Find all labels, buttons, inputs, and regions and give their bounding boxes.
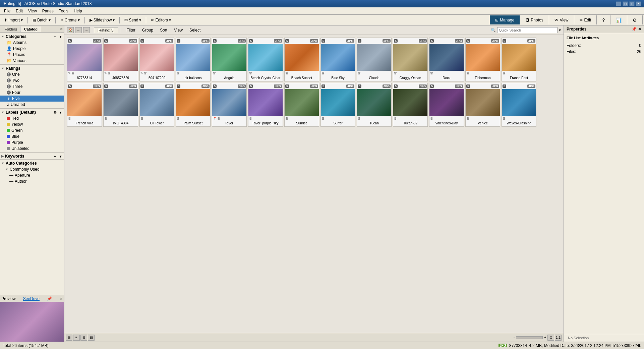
zoom-slider[interactable]	[516, 336, 543, 339]
menu-file[interactable]: File	[1, 8, 13, 14]
tab-manage[interactable]: ⊞ Manage	[490, 15, 520, 24]
labels-settings-button[interactable]: ⚙	[53, 110, 57, 115]
nav-back-button[interactable]: ←	[75, 27, 82, 33]
close-button[interactable]: ✕	[636, 1, 641, 6]
restore-button[interactable]: ◻	[623, 1, 628, 6]
photo-item-4[interactable]: 5 JPG 🗑 air balloons	[176, 38, 211, 81]
minimize-button[interactable]: ─	[616, 1, 621, 6]
detail-view-button[interactable]: ⊟	[80, 335, 87, 341]
send-button[interactable]: ✉ Send ▾	[122, 16, 144, 24]
sidebar-item-author[interactable]: — Author	[0, 178, 64, 184]
preview-pin-button[interactable]: 📌	[47, 296, 52, 301]
sidebar-item-purple[interactable]: Purple	[0, 139, 64, 146]
properties-pin-button[interactable]: 📌	[632, 27, 637, 32]
sidebar-item-rating-2[interactable]: 2 Two	[0, 77, 64, 83]
sidebar-item-rating-5[interactable]: 5 Five	[0, 96, 64, 102]
properties-close-button[interactable]: ✕	[638, 27, 641, 32]
photo-item-2[interactable]: 5 JPG ✎🗑 468578329	[103, 38, 138, 81]
photo-item-26[interactable]: 5 JPG 🗑 Waves-Crashing	[502, 83, 536, 127]
menu-panes[interactable]: Panes	[40, 8, 56, 14]
create-button[interactable]: ✦ Create ▾	[58, 16, 82, 24]
sidebar-tab-folders[interactable]: Folders	[1, 26, 21, 32]
tab-view[interactable]: 👁 View	[549, 15, 574, 24]
photo-item-8[interactable]: 5 JPG 🗑 Blue Sky	[320, 38, 355, 81]
sidebar-item-rating-3[interactable]: 3 Three	[0, 83, 64, 90]
auto-categories-header[interactable]: ▼ Auto Categories	[0, 160, 64, 166]
photo-item-21[interactable]: 5 JPG 🗑 Surfer	[320, 83, 355, 127]
photo-item-19[interactable]: 5 JPG 🗑 River_purple_sky	[248, 83, 283, 127]
menu-view[interactable]: View	[25, 8, 40, 14]
tab-edit[interactable]: ✏ Edit	[574, 15, 597, 24]
sidebar-item-yellow[interactable]: Yellow	[0, 121, 64, 127]
ratings-header[interactable]: ▼ Ratings	[0, 65, 64, 71]
sidebar-item-places[interactable]: 📍 Places	[0, 52, 64, 58]
categories-add-button[interactable]: +	[53, 34, 57, 39]
sidebar-item-rating-1[interactable]: 1 One	[0, 71, 64, 77]
view-button[interactable]: View	[171, 27, 185, 33]
photo-item-6[interactable]: 5 JPG 🗑 Beach Crystal Clear	[248, 38, 283, 81]
sidebar-item-albums[interactable]: 📁 Albums	[0, 40, 64, 46]
menu-help[interactable]: Help	[71, 8, 85, 14]
photo-item-25[interactable]: 5 JPG 🗑 Venice	[465, 83, 500, 127]
sidebar-item-various[interactable]: 📂 Various	[0, 58, 64, 64]
photo-item-16[interactable]: 5 JPG 🗑 Oil Tower	[139, 83, 174, 127]
categories-menu-button[interactable]: ▾	[58, 34, 63, 39]
keywords-add-button[interactable]: +	[53, 154, 57, 159]
sidebar-close-button[interactable]: ✕	[60, 27, 63, 31]
group-button[interactable]: Group	[139, 27, 156, 33]
tab-chart[interactable]: 📊	[610, 15, 627, 24]
photo-item-23[interactable]: 5 JPG 🗑 Tucan-02	[393, 83, 428, 127]
menu-tools[interactable]: Tools	[56, 8, 71, 14]
sidebar-item-commonly-used[interactable]: ▼ Commonly Used	[0, 166, 64, 172]
fit-button[interactable]: ⊡	[547, 335, 554, 341]
photo-item-15[interactable]: 5 JPG 🗑 IMG_4384	[103, 83, 138, 127]
sidebar-item-unrated[interactable]: ✗ Unrated	[0, 102, 64, 108]
photo-item-9[interactable]: 5 JPG 🗑 Clouds	[357, 38, 392, 81]
photo-item-13[interactable]: 5 JPG 🗑 France East	[502, 38, 536, 81]
sidebar-item-blue[interactable]: Blue	[0, 133, 64, 139]
photo-item-22[interactable]: 5 JPG 🗑 Tucan	[357, 83, 392, 127]
sidebar-item-aperture[interactable]: — Aperture	[0, 172, 64, 178]
sidebar-item-green[interactable]: Green	[0, 127, 64, 133]
photo-item-5[interactable]: 5 JPG 🗑 Angola	[212, 38, 247, 81]
quick-search-input[interactable]	[497, 27, 558, 33]
sidebar-item-people[interactable]: 👤 People	[0, 46, 64, 52]
sidebar-item-rating-4[interactable]: 4 Four	[0, 90, 64, 96]
photo-item-18[interactable]: 5 JPG 📍🗑 River	[212, 83, 247, 127]
filter-button[interactable]: Filter	[124, 27, 138, 33]
menu-edit[interactable]: Edit	[13, 8, 25, 14]
list-view-button[interactable]: ≡	[73, 335, 80, 341]
preview-close-button[interactable]: ✕	[59, 296, 63, 301]
slideshow-button[interactable]: ▶ Slideshow ▾	[87, 16, 118, 24]
batch-button[interactable]: ▤ Batch ▾	[30, 16, 53, 24]
photo-item-14[interactable]: 5 JPG 🗑 French Villa	[67, 83, 102, 127]
tab-settings[interactable]: ⚙	[627, 15, 643, 24]
tab-help[interactable]: ?	[597, 15, 610, 24]
photo-item-11[interactable]: 5 JPG 🗑 Dock	[429, 38, 464, 81]
photo-item-12[interactable]: 5 JPG 🗑 Fisherman	[465, 38, 500, 81]
search-dropdown-icon[interactable]: ▾	[559, 28, 561, 33]
photo-item-1[interactable]: 5 JPG ✎🗑 87733314	[67, 38, 102, 81]
sidebar-item-unlabeled[interactable]: Unlabeled	[0, 146, 64, 152]
photo-item-7[interactable]: 5 JPG 🗑 Beach Sunset	[284, 38, 319, 81]
sidebar-item-red[interactable]: Red	[0, 115, 64, 121]
select-button[interactable]: Select	[187, 27, 203, 33]
nav-forward-button[interactable]: →	[83, 27, 90, 33]
photo-item-17[interactable]: 5 JPG 🗑 Palm Sunset	[176, 83, 211, 127]
keywords-header[interactable]: ▶ Keywords + ▾	[0, 153, 64, 159]
categories-header[interactable]: ▼ Categories + ▾	[0, 34, 64, 40]
photo-item-20[interactable]: 5 JPG 🗑 Sunrise	[284, 83, 319, 127]
labels-header[interactable]: ▼ Labels (Default) ⚙ ▾	[0, 109, 64, 115]
import-button[interactable]: ⬆ Import ▾	[1, 16, 25, 24]
photo-item-24[interactable]: 5 JPG 🗑 Valentines-Day	[429, 83, 464, 127]
sort-button[interactable]: Sort	[157, 27, 170, 33]
grid-view-button[interactable]: ⊞	[66, 335, 72, 341]
tab-photos[interactable]: 🖼 Photos	[520, 15, 549, 24]
editors-button[interactable]: ✏ Editors ▾	[148, 16, 173, 24]
keywords-menu-button[interactable]: ▾	[58, 154, 63, 159]
photo-item-10[interactable]: 5 JPG 🗑 Craggy Ocean	[393, 38, 428, 81]
maximize-button[interactable]: ◻	[629, 1, 635, 6]
labels-menu-button[interactable]: ▾	[58, 110, 63, 115]
photo-item-3[interactable]: 5 JPG ✎🗑 504187290	[139, 38, 174, 81]
sidebar-tab-catalog[interactable]: Catalog	[21, 26, 41, 32]
